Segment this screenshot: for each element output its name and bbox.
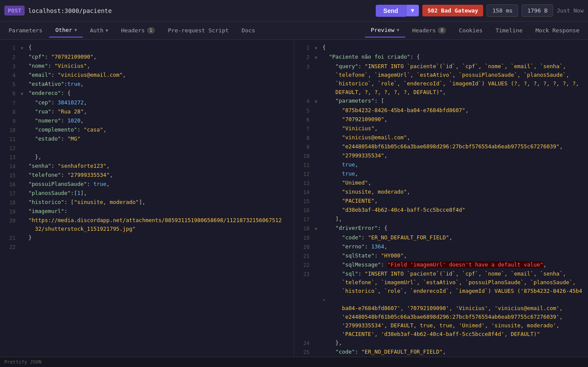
bottom-bar: Prettify JSON xyxy=(0,357,588,367)
tab-timeline[interactable]: Timeline xyxy=(490,23,529,38)
auth-arrow: ▼ xyxy=(106,28,108,33)
tab-docs[interactable]: Docs xyxy=(236,24,261,37)
code-line: 19 "imagemurl": xyxy=(0,207,294,216)
code-line: 20 "https://media.discordapp.net/attachm… xyxy=(0,216,294,233)
resp-line: 4 ▼ "parameters": [ xyxy=(294,97,588,106)
resp-line: 17 ], xyxy=(294,215,588,224)
resp-line: 3 "query": "INSERT INTO `paciente`(`id`,… xyxy=(294,62,588,97)
code-line: 8 "rua": "Rua 28", xyxy=(0,107,294,116)
resp-line: 1 ▼ { xyxy=(294,43,588,53)
code-line: 9 "numero": 1020, xyxy=(0,116,294,125)
request-body-panel: 1 ▼ { 2 "cpf": "70792109090", 3 "nome": … xyxy=(0,40,294,357)
timestamp: Just Now xyxy=(557,7,584,14)
resp-line: 18 ▼ "driverError": { xyxy=(294,224,588,233)
resp-line: 2 ▼ "Paciente não foi criado": { xyxy=(294,53,588,62)
code-line: 2 "cpf": "70792109090", xyxy=(0,53,294,62)
resp-line: 25 "code": "ER_NO_DEFAULT_FOR_FIELD", xyxy=(294,348,588,357)
tab-headers[interactable]: Headers 1 xyxy=(115,24,161,37)
headers-badge: 1 xyxy=(147,27,155,34)
tab-other[interactable]: Other ▼ xyxy=(49,23,83,38)
resp-line: 16 "d38eb3af-4b62-40c4-baff-5cc5bcce8f4d… xyxy=(294,206,588,215)
resp-line: 9 "e24480548bf61b05c66a3bae6898d296:27bc… xyxy=(294,142,588,151)
resp-line: 12 true, xyxy=(294,169,588,179)
request-tabs-bar: Parameters Other ▼ Auth ▼ Headers 1 Pre-… xyxy=(0,22,588,40)
resp-line: 10 "27999335534", xyxy=(294,151,588,160)
tab-resp-headers[interactable]: Headers 8 xyxy=(406,23,452,38)
resp-line: 20 "errno": 1364, xyxy=(294,242,588,251)
send-button[interactable]: Send xyxy=(376,5,406,17)
code-line: 4 "email": "vinicius@email.com", xyxy=(0,71,294,80)
resp-line: 7 "Vinicius", xyxy=(294,124,588,133)
tab-mock-response[interactable]: Mock Response xyxy=(529,23,585,38)
preview-arrow: ▼ xyxy=(396,28,399,32)
top-bar: POST localhost:3000/paciente Send ▼ 502 … xyxy=(0,0,588,22)
code-line: 18 "historico": ["sinusite, moderado"], xyxy=(0,198,294,207)
tab-prerequest[interactable]: Pre-request Script xyxy=(162,24,235,37)
code-line: 16 "possuiPlanoSaude": true, xyxy=(0,180,294,189)
resp-line: 13 "Unimed", xyxy=(294,179,588,188)
tab-auth[interactable]: Auth ▼ xyxy=(84,24,114,37)
tab-parameters[interactable]: Parameters xyxy=(3,24,48,37)
tab-cookies[interactable]: Cookies xyxy=(453,23,489,38)
code-line: 13 }, xyxy=(0,153,294,162)
url-text: localhost:3000/paciente xyxy=(28,7,372,14)
response-code-area: 1 ▼ { 2 ▼ "Paciente não foi criado": { 3… xyxy=(294,40,588,357)
code-line: 21 } xyxy=(0,233,294,242)
code-line: 14 "senha": "senhaforte123", xyxy=(0,162,294,171)
code-line: 12 xyxy=(0,144,294,153)
code-line: 17 "planosSaude":[1], xyxy=(0,189,294,198)
method-badge: POST xyxy=(4,6,25,16)
response-panel: 1 ▼ { 2 ▼ "Paciente não foi criado": { 3… xyxy=(294,40,588,357)
code-line: 11 "estado": "MG" xyxy=(0,135,294,144)
other-arrow: ▼ xyxy=(74,28,77,32)
resp-headers-badge: 8 xyxy=(438,27,446,34)
send-btn-group: Send ▼ xyxy=(376,5,419,17)
code-line: 22 xyxy=(0,242,294,251)
code-line: 7 "cep": 38410272, xyxy=(0,98,294,107)
resp-line: 24 }, xyxy=(294,339,588,348)
code-line: 6 ▼ "endereco": { xyxy=(0,89,294,98)
format-label: Prettify JSON xyxy=(4,359,41,365)
send-dropdown-button[interactable]: ▼ xyxy=(406,5,419,16)
code-line: 3 "nome": "Vinicius", xyxy=(0,62,294,71)
response-tabs-group: Preview ▼ Headers 8 Cookies Timeline Moc… xyxy=(365,23,585,38)
resp-line: 14 "sinusite, moderado", xyxy=(294,188,588,197)
resp-line: 6 "70792109090", xyxy=(294,115,588,124)
resp-line: 11 true, xyxy=(294,160,588,169)
request-code-area: 1 ▼ { 2 "cpf": "70792109090", 3 "nome": … xyxy=(0,40,294,255)
code-line: 10 "complemento": "casa", xyxy=(0,125,294,135)
code-line: 15 "telefone": "27999335534", xyxy=(0,171,294,180)
main-content: 1 ▼ { 2 "cpf": "70792109090", 3 "nome": … xyxy=(0,40,588,357)
resp-line: 15 "PACIENTE", xyxy=(294,197,588,206)
resp-line: 23 "sql": "INSERT INTO `paciente`(`id`, … xyxy=(294,270,588,339)
resp-line: 19 "code": "ER_NO_DEFAULT_FOR_FIELD", xyxy=(294,233,588,242)
size-badge: 1796 B xyxy=(522,4,553,17)
code-line: 1 ▼ { xyxy=(0,43,294,53)
time-badge: 158 ms xyxy=(487,4,518,17)
tab-preview[interactable]: Preview ▼ xyxy=(365,23,406,38)
resp-line: 22 "sqlMessage": "Field 'imagemUrl' does… xyxy=(294,260,588,270)
code-line: 5 "estaAtivo":true, xyxy=(0,80,294,89)
status-badge: 502 Bad Gateway xyxy=(422,5,483,16)
resp-line: 21 "sqlState": "HY000", xyxy=(294,251,588,260)
resp-line: 8 "vinicius@email.com", xyxy=(294,133,588,142)
resp-line: 5 "875b4232-8426-45b4-ba04-e7684bfd8607"… xyxy=(294,106,588,115)
